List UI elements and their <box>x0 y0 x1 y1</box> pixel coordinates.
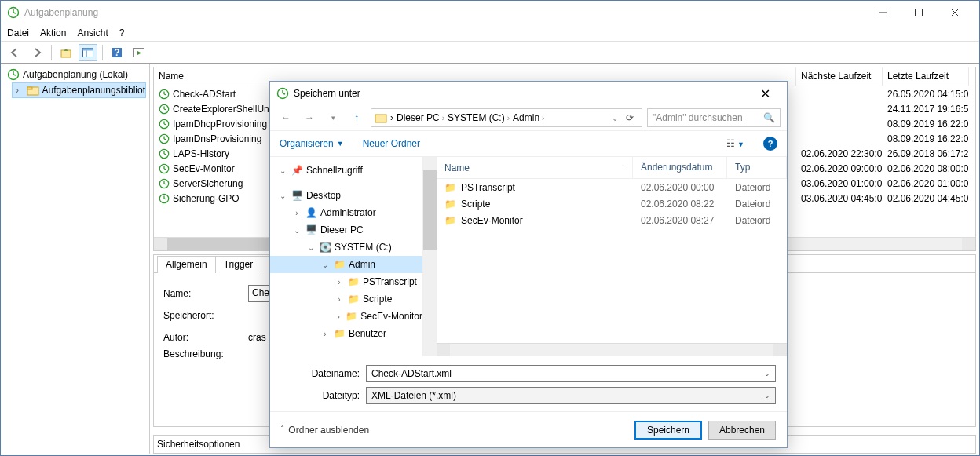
refresh-icon[interactable]: ⟳ <box>626 112 634 123</box>
file-row[interactable]: 📁PSTranscript02.06.2020 00:00Dateiord <box>437 179 787 195</box>
col-last[interactable]: Letzte Laufzeit <box>883 67 969 86</box>
help-icon[interactable]: ? <box>763 137 777 151</box>
author-value: cras <box>248 332 266 343</box>
svg-line-33 <box>164 154 166 155</box>
drive-icon: 💽 <box>319 242 331 253</box>
view-options-icon[interactable]: ☷ ▼ <box>726 138 744 149</box>
titlebar: Aufgabenplanung <box>1 1 979 24</box>
filecol-date[interactable]: Änderungsdatum <box>633 157 727 178</box>
svg-line-36 <box>164 169 166 170</box>
file-row[interactable]: 📁Scripte02.06.2020 08:22Dateiord <box>437 195 787 212</box>
tool-help-icon[interactable]: ? <box>108 44 126 61</box>
svg-line-21 <box>164 94 166 95</box>
svg-rect-18 <box>27 87 32 89</box>
nav-system-drive[interactable]: ⌄💽SYSTEM (C:) <box>270 239 422 256</box>
location-label: Speicherort: <box>163 310 242 321</box>
search-box[interactable]: "Admin" durchsuchen 🔍 <box>647 108 781 127</box>
name-label: Name: <box>163 288 242 299</box>
app-icon <box>7 6 20 19</box>
tree-library[interactable]: › Aufgabenplanungsbibliot <box>12 82 146 98</box>
nav-desktop[interactable]: ⌄🖥️Desktop <box>270 187 422 204</box>
nav-quick-access[interactable]: ⌄📌Schnellzugriff <box>270 162 422 179</box>
minimize-button[interactable] <box>865 1 901 24</box>
menu-aktion[interactable]: Aktion <box>40 27 66 38</box>
svg-line-45 <box>283 93 285 94</box>
nav-secev[interactable]: ›📁SecEv-Monitor <box>270 308 422 325</box>
save-as-dialog: Speichern unter ✕ ← → ▾ ↑ › Dieser PC› S… <box>269 81 788 448</box>
file-scrollbar[interactable] <box>437 343 787 356</box>
svg-line-39 <box>164 184 166 184</box>
search-icon: 🔍 <box>763 112 775 123</box>
svg-line-16 <box>13 75 16 75</box>
nav-pstranscript[interactable]: ›📁PSTranscript <box>270 273 422 290</box>
close-button[interactable] <box>937 1 973 24</box>
svg-line-2 <box>13 13 16 13</box>
chevron-up-icon: ˆ <box>281 425 283 434</box>
filecol-type[interactable]: Typ <box>727 157 787 178</box>
app-title: Aufgabenplanung <box>24 7 98 18</box>
cancel-button[interactable]: Abbrechen <box>708 421 776 440</box>
nav-scripte[interactable]: ›📁Scripte <box>270 290 422 308</box>
tab-trigger[interactable]: Trigger <box>215 256 262 273</box>
forward-button[interactable]: → <box>300 108 319 127</box>
menu-datei[interactable]: Datei <box>7 27 29 38</box>
hide-folders-toggle[interactable]: ˆOrdner ausblenden <box>281 425 369 436</box>
nav-admin-folder[interactable]: ⌄📁Admin <box>270 256 422 273</box>
tree-pane: Aufgabenplanung (Lokal) › Aufgabenplanun… <box>1 64 150 454</box>
filename-label: Dateiname: <box>281 368 360 379</box>
dialog-title: Speichern unter <box>294 88 360 99</box>
file-row[interactable]: 📁SecEv-Monitor02.06.2020 08:27Dateiord <box>437 212 787 228</box>
filename-input[interactable]: Check-ADStart.xml⌄ <box>366 365 776 382</box>
svg-line-42 <box>164 199 166 199</box>
navigation-pane: ⌄📌Schnellzugriff ⌄🖥️Desktop ›👤Administra… <box>270 157 423 356</box>
tree-root[interactable]: Aufgabenplanung (Lokal) <box>4 67 146 82</box>
svg-rect-46 <box>375 115 386 122</box>
menu-help[interactable]: ? <box>119 27 125 38</box>
chevron-right-icon[interactable]: › <box>16 85 24 96</box>
new-folder-button[interactable]: Neuer Ordner <box>363 138 420 149</box>
col-next[interactable]: Nächste Laufzeit <box>796 67 883 86</box>
svg-line-27 <box>164 124 166 125</box>
description-label: Beschreibung: <box>163 348 242 359</box>
svg-text:?: ? <box>114 47 119 58</box>
filetype-select[interactable]: XML-Dateien (*.xml)⌄ <box>366 387 776 404</box>
filecol-name[interactable]: Nameˆ <box>437 157 633 178</box>
svg-line-30 <box>164 139 166 140</box>
up-button[interactable]: ↑ <box>347 108 366 127</box>
tab-allgemein[interactable]: Allgemein <box>157 256 216 273</box>
nav-scrollbar[interactable] <box>423 157 437 356</box>
tool-run-icon[interactable] <box>130 44 148 61</box>
address-dropdown-icon[interactable]: ⌄ <box>612 114 618 122</box>
svg-line-24 <box>164 109 166 110</box>
svg-rect-7 <box>61 50 71 57</box>
organize-button[interactable]: Organisieren ▼ <box>280 138 344 149</box>
author-label: Autor: <box>163 332 242 343</box>
dialog-close-button[interactable]: ✕ <box>749 82 781 105</box>
main-window: Aufgabenplanung Datei Aktion Ansicht ? ?… <box>0 0 980 456</box>
recent-dropdown[interactable]: ▾ <box>324 108 342 127</box>
tool-folder-up-icon[interactable] <box>57 44 75 61</box>
nav-users[interactable]: ›📁Benutzer <box>270 325 422 342</box>
nav-administrator[interactable]: ›👤Administrator <box>270 204 422 221</box>
folder-icon <box>375 111 387 124</box>
toolbar: ? <box>1 42 979 64</box>
chevron-down-icon: ⌄ <box>764 370 770 378</box>
tool-panel-icon[interactable] <box>79 44 97 61</box>
back-button[interactable]: ← <box>276 108 295 127</box>
folder-icon: 📁 <box>333 259 346 270</box>
nav-back-button[interactable] <box>5 44 24 61</box>
menubar: Datei Aktion Ansicht ? <box>1 24 979 42</box>
nav-forward-button[interactable] <box>27 44 46 61</box>
star-icon: 📌 <box>291 165 303 176</box>
filetype-label: Dateityp: <box>281 390 360 401</box>
nav-this-pc[interactable]: ⌄🖥️Dieser PC <box>270 221 422 239</box>
save-button[interactable]: Speichern <box>634 421 702 440</box>
maximize-button[interactable] <box>901 1 937 24</box>
address-bar[interactable]: › Dieser PC› SYSTEM (C:)› Admin› ⌄ ⟳ <box>371 108 642 127</box>
user-icon: 👤 <box>305 207 317 218</box>
dialog-icon <box>276 87 289 100</box>
chevron-down-icon: ⌄ <box>764 392 770 399</box>
monitor-icon: 🖥️ <box>291 190 303 201</box>
menu-ansicht[interactable]: Ansicht <box>77 27 108 38</box>
svg-rect-4 <box>916 9 923 16</box>
